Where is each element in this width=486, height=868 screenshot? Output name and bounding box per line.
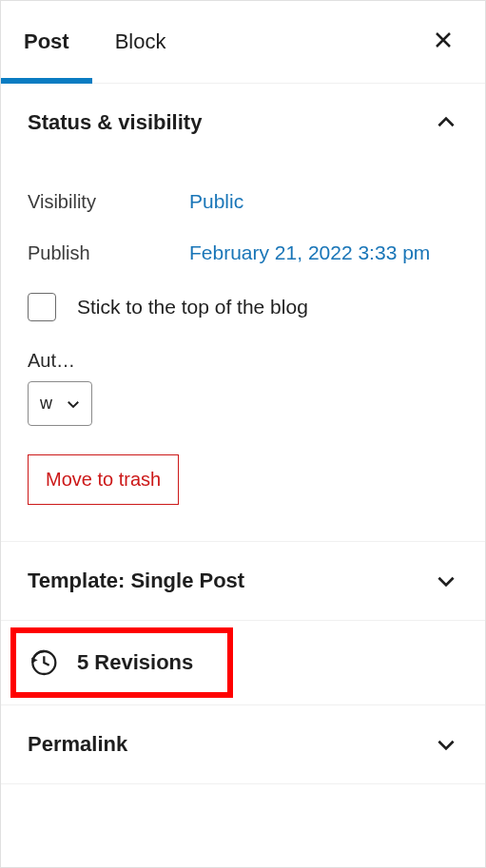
move-to-trash-button[interactable]: Move to trash — [28, 454, 179, 505]
permalink-title: Permalink — [28, 732, 127, 757]
chevron-down-icon — [434, 732, 458, 757]
sticky-row[interactable]: Stick to the top of the blog — [28, 293, 458, 321]
panel-template: Template: Single Post — [1, 542, 485, 621]
author-select[interactable]: w — [28, 381, 92, 426]
sticky-label: Stick to the top of the blog — [77, 296, 308, 318]
revisions-title: 5 Revisions — [77, 650, 193, 675]
panel-status-visibility: Status & visibility Visibility Public Pu… — [1, 84, 485, 542]
history-icon — [28, 647, 58, 678]
panel-header-permalink[interactable]: Permalink — [1, 705, 485, 783]
panel-header-status[interactable]: Status & visibility — [1, 84, 485, 162]
tab-block[interactable]: Block — [92, 1, 189, 84]
panel-title: Status & visibility — [28, 110, 202, 135]
author-label: Aut… — [28, 350, 458, 372]
publish-label: Publish — [28, 242, 189, 264]
visibility-value[interactable]: Public — [189, 190, 243, 213]
panel-permalink: Permalink — [1, 705, 485, 784]
tab-post[interactable]: Post — [1, 1, 92, 84]
chevron-down-icon — [65, 395, 82, 413]
publish-value[interactable]: February 21, 2022 3:33 pm — [189, 241, 430, 264]
chevron-up-icon — [434, 110, 458, 135]
chevron-down-icon — [434, 569, 458, 593]
panel-revisions: 5 Revisions — [1, 621, 485, 705]
sticky-checkbox[interactable] — [28, 293, 56, 321]
revisions-button[interactable]: 5 Revisions — [1, 621, 485, 704]
settings-tabs: Post Block — [1, 1, 485, 84]
close-button[interactable] — [424, 21, 462, 63]
visibility-row: Visibility Public — [28, 190, 458, 213]
publish-row: Publish February 21, 2022 3:33 pm — [28, 241, 458, 264]
visibility-label: Visibility — [28, 191, 189, 213]
panel-body-status: Visibility Public Publish February 21, 2… — [1, 190, 485, 541]
template-title: Template: Single Post — [28, 569, 244, 593]
author-value: w — [40, 394, 52, 414]
panel-header-template[interactable]: Template: Single Post — [1, 542, 485, 620]
close-icon — [432, 29, 455, 51]
